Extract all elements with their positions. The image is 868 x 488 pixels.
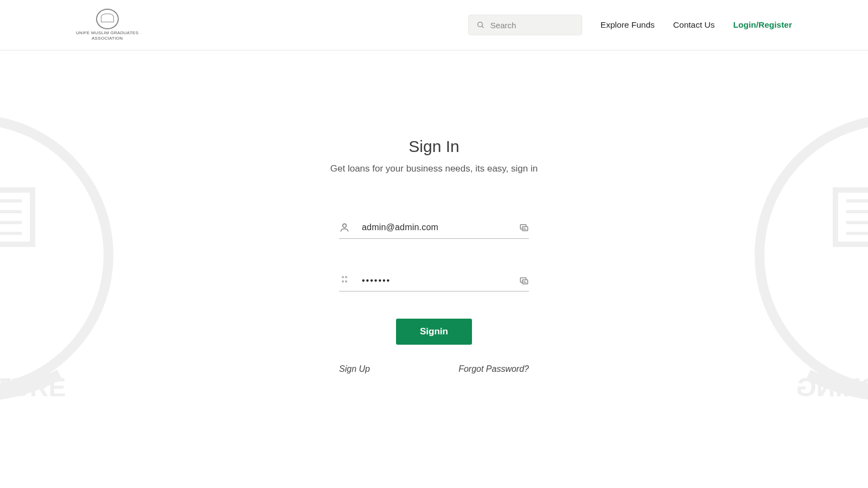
logo-line-2: ASSOCIATION <box>92 36 123 41</box>
forgot-password-link[interactable]: Forgot Password? <box>458 364 529 374</box>
search-box[interactable] <box>468 15 582 35</box>
search-input[interactable] <box>490 21 574 30</box>
header: UNIFE MUSLIM GRADUATES ASSOCIATION Explo… <box>0 0 868 50</box>
logo[interactable]: UNIFE MUSLIM GRADUATES ASSOCIATION <box>76 9 138 41</box>
search-icon <box>476 21 485 29</box>
svg-rect-15 <box>524 282 527 283</box>
nav-explore-funds[interactable]: Explore Funds <box>601 20 655 30</box>
svg-text:AND CULTURE: AND CULTURE <box>0 373 66 402</box>
password-field-row: **** <box>339 270 529 291</box>
signup-link[interactable]: Sign Up <box>339 364 370 374</box>
email-input[interactable] <box>362 223 519 232</box>
svg-rect-11 <box>524 229 527 230</box>
password-input[interactable] <box>362 276 519 286</box>
svg-text:FOR LEARNING: FOR LEARNING <box>796 373 868 402</box>
logo-text: UNIFE MUSLIM GRADUATES ASSOCIATION <box>76 30 138 41</box>
autofill-icon[interactable] <box>519 223 529 232</box>
svg-line-1 <box>482 26 483 28</box>
svg-rect-10 <box>524 228 526 229</box>
nav-login-register[interactable]: Login/Register <box>733 20 792 30</box>
page-title: Sign In <box>409 137 459 156</box>
nav-contact-us[interactable]: Contact Us <box>673 20 715 30</box>
page-subtitle: Get loans for your business needs, its e… <box>330 163 538 174</box>
password-asterisks-icon: **** <box>339 276 350 285</box>
main-content: Sign In Get loans for your business need… <box>0 50 868 374</box>
email-field-row <box>339 217 529 239</box>
svg-rect-13 <box>522 280 528 284</box>
logo-emblem <box>96 9 119 29</box>
user-icon <box>339 222 350 233</box>
svg-point-0 <box>478 22 483 27</box>
autofill-icon[interactable] <box>519 276 529 286</box>
logo-line-1: UNIFE MUSLIM GRADUATES <box>76 30 138 35</box>
svg-rect-9 <box>522 227 528 231</box>
svg-rect-14 <box>524 281 526 282</box>
signin-button[interactable]: Signin <box>396 319 472 345</box>
signin-form: **** Signin Sign Up Forgot Password? <box>339 217 529 374</box>
header-right: Explore Funds Contact Us Login/Register <box>468 15 792 35</box>
svg-point-7 <box>343 224 347 227</box>
links-row: Sign Up Forgot Password? <box>339 364 529 374</box>
